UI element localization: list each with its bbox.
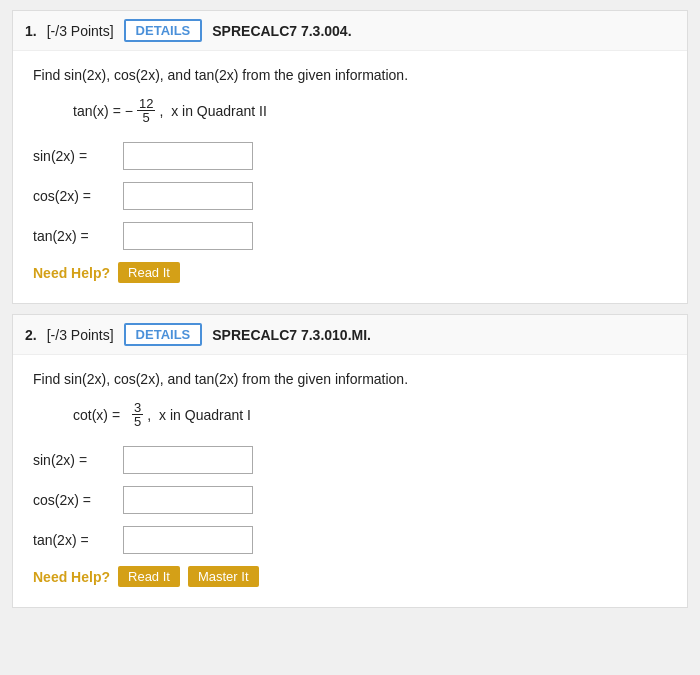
problem-2-master-it-button[interactable]: Master It (188, 566, 259, 587)
problem-1-numerator: 12 (137, 97, 155, 111)
problem-2-number: 2. (25, 327, 37, 343)
problem-1-details-button[interactable]: DETAILS (124, 19, 203, 42)
problem-2-points: [-/3 Points] (47, 327, 114, 343)
problem-2-cos-label: cos(2x) = (33, 492, 123, 508)
problem-1-tan-input[interactable] (123, 222, 253, 250)
problem-2-details-button[interactable]: DETAILS (124, 323, 203, 346)
problem-2-instruction: Find sin(2x), cos(2x), and tan(2x) from … (33, 371, 667, 387)
problem-1-denominator: 5 (141, 111, 152, 124)
problem-1-number: 1. (25, 23, 37, 39)
problem-1-code: SPRECALC7 7.3.004. (212, 23, 351, 39)
problem-2: 2. [-/3 Points] DETAILS SPRECALC7 7.3.01… (12, 314, 688, 608)
problem-1: 1. [-/3 Points] DETAILS SPRECALC7 7.3.00… (12, 10, 688, 304)
problem-2-fraction: 3 5 (132, 401, 143, 428)
problem-1-quadrant: x in Quadrant II (171, 103, 267, 119)
problem-2-denominator: 5 (132, 415, 143, 428)
problem-1-sin-row: sin(2x) = (33, 142, 667, 170)
problem-2-header: 2. [-/3 Points] DETAILS SPRECALC7 7.3.01… (13, 315, 687, 355)
problem-2-tan-row: tan(2x) = (33, 526, 667, 554)
problem-2-given: cot(x) = 3 5 , x in Quadrant I (73, 401, 667, 428)
problem-2-need-help-row: Need Help? Read It Master It (33, 566, 667, 587)
problem-2-comma: , (147, 407, 155, 423)
problem-2-sin-label: sin(2x) = (33, 452, 123, 468)
problem-2-sin-row: sin(2x) = (33, 446, 667, 474)
problem-2-read-it-button[interactable]: Read It (118, 566, 180, 587)
problem-1-cos-label: cos(2x) = (33, 188, 123, 204)
problem-1-condition: , (159, 103, 167, 119)
problem-1-formula: tan(x) = − (73, 103, 133, 119)
problem-2-sin-input[interactable] (123, 446, 253, 474)
problem-1-need-help-row: Need Help? Read It (33, 262, 667, 283)
problem-1-cos-input[interactable] (123, 182, 253, 210)
problem-2-tan-label: tan(2x) = (33, 532, 123, 548)
problem-1-instruction: Find sin(2x), cos(2x), and tan(2x) from … (33, 67, 667, 83)
problem-1-tan-row: tan(2x) = (33, 222, 667, 250)
problem-2-code: SPRECALC7 7.3.010.MI. (212, 327, 371, 343)
problem-2-cos-input[interactable] (123, 486, 253, 514)
problem-1-given: tan(x) = − 12 5 , x in Quadrant II (73, 97, 667, 124)
problem-1-body: Find sin(2x), cos(2x), and tan(2x) from … (13, 51, 687, 303)
problem-1-sin-input[interactable] (123, 142, 253, 170)
problem-2-cos-row: cos(2x) = (33, 486, 667, 514)
problem-2-need-help-label: Need Help? (33, 569, 110, 585)
problem-1-fraction: 12 5 (137, 97, 155, 124)
problem-2-tan-input[interactable] (123, 526, 253, 554)
problem-2-numerator: 3 (132, 401, 143, 415)
problem-1-need-help-label: Need Help? (33, 265, 110, 281)
problem-2-formula: cot(x) = (73, 407, 120, 423)
problem-2-body: Find sin(2x), cos(2x), and tan(2x) from … (13, 355, 687, 607)
problem-1-sin-label: sin(2x) = (33, 148, 123, 164)
problem-1-read-it-button[interactable]: Read It (118, 262, 180, 283)
problem-1-header: 1. [-/3 Points] DETAILS SPRECALC7 7.3.00… (13, 11, 687, 51)
problem-1-tan-label: tan(2x) = (33, 228, 123, 244)
problem-1-cos-row: cos(2x) = (33, 182, 667, 210)
problem-2-quadrant: x in Quadrant I (159, 407, 251, 423)
problem-1-points: [-/3 Points] (47, 23, 114, 39)
